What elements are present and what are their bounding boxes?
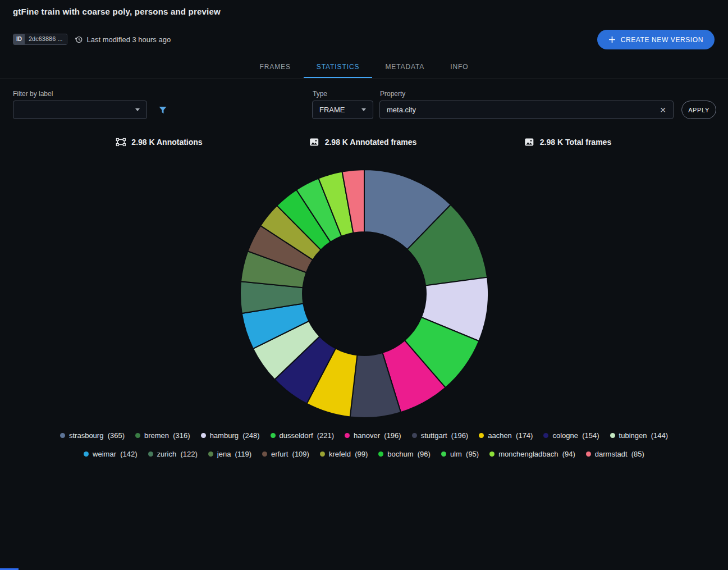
legend-item-darmstadt[interactable]: darmstadt (85)	[586, 450, 644, 458]
legend-dot	[441, 452, 446, 457]
page-title: gtFine train with coarse poly, persons a…	[13, 7, 221, 16]
dataset-id-chip[interactable]: ID 2dc63886 ...	[13, 34, 67, 45]
property-input[interactable]: meta.city ✕	[379, 101, 674, 119]
stat-annotations-label: 2.98 K Annotations	[131, 138, 202, 147]
clear-icon[interactable]: ✕	[660, 106, 666, 114]
legend-item-bochum[interactable]: bochum (96)	[378, 450, 431, 458]
legend-dot	[489, 452, 495, 457]
legend-dot	[543, 433, 548, 438]
property-input-value: meta.city	[387, 106, 416, 114]
legend-label: weimar (142)	[93, 450, 137, 458]
history-icon	[75, 35, 83, 44]
image-icon	[524, 136, 535, 148]
legend-item-jena[interactable]: jena (119)	[208, 450, 251, 458]
legend-item-weimar[interactable]: weimar (142)	[84, 450, 137, 458]
legend-item-monchengladbach[interactable]: monchengladbach (94)	[489, 450, 575, 458]
legend-item-cologne[interactable]: cologne (154)	[543, 431, 599, 440]
tab-bar: FRAMES STATISTICS METADATA INFO	[0, 56, 728, 79]
stat-annotated-frames: 2.98 K Annotated frames	[309, 136, 417, 148]
legend-label: hanover (196)	[354, 431, 401, 440]
tab-metadata[interactable]: METADATA	[372, 56, 437, 78]
legend-item-erfurt[interactable]: erfurt (109)	[262, 450, 309, 458]
legend-label: jena (119)	[217, 450, 251, 458]
filter-icon[interactable]	[158, 105, 168, 115]
type-select-value: FRAME	[319, 106, 345, 114]
legend-item-stuttgart[interactable]: stuttgart (196)	[412, 431, 469, 440]
legend-label: strasbourg (365)	[69, 431, 125, 440]
legend-label: krefeld (99)	[329, 450, 368, 458]
legend-dot	[378, 452, 383, 457]
plus-icon	[608, 36, 616, 43]
legend-item-krefeld[interactable]: krefeld (99)	[320, 450, 368, 458]
meta-row: ID 2dc63886 ... Last modified 3 hours ag…	[13, 34, 171, 45]
last-modified-text: Last modified 3 hours ago	[87, 35, 171, 44]
legend-item-tubingen[interactable]: tubingen (144)	[610, 431, 668, 440]
legend-dot	[148, 452, 153, 457]
label-filter-select[interactable]	[13, 101, 147, 119]
legend-label: hamburg (248)	[210, 431, 260, 440]
stat-total-frames: 2.98 K Total frames	[524, 136, 611, 148]
legend-dot	[345, 433, 350, 438]
tab-info[interactable]: INFO	[437, 56, 481, 78]
id-badge-label: ID	[13, 34, 25, 44]
legend-dot	[412, 433, 417, 438]
stat-total-frames-label: 2.98 K Total frames	[540, 138, 611, 147]
legend-label: stuttgart (196)	[421, 431, 469, 440]
property-label: Property	[380, 90, 405, 98]
legend-label: monchengladbach (94)	[498, 450, 575, 458]
legend-dot	[60, 433, 65, 438]
legend-dot	[586, 452, 591, 457]
tab-frames[interactable]: FRAMES	[246, 56, 303, 78]
chevron-down-icon	[135, 108, 140, 111]
legend-dot	[320, 452, 325, 457]
legend-label: bremen (316)	[144, 431, 190, 440]
tab-statistics[interactable]: STATISTICS	[304, 56, 373, 78]
type-label: Type	[313, 90, 327, 98]
legend-label: aachen (174)	[488, 431, 533, 440]
legend-item-bremen[interactable]: bremen (316)	[135, 431, 190, 440]
legend-dot	[135, 433, 140, 438]
create-new-version-label: CREATE NEW VERSION	[621, 36, 703, 44]
chevron-down-icon	[361, 108, 366, 111]
last-modified: Last modified 3 hours ago	[75, 35, 171, 44]
legend-item-ulm[interactable]: ulm (95)	[441, 450, 479, 458]
legend-label: cologne (154)	[552, 431, 599, 440]
legend-dot	[262, 452, 267, 457]
legend-dot	[201, 433, 206, 438]
legend-item-dusseldorf[interactable]: dusseldorf (221)	[271, 431, 335, 440]
legend-row-1: strasbourg (365)bremen (316)hamburg (248…	[0, 431, 728, 440]
image-icon	[309, 136, 320, 148]
legend-label: erfurt (109)	[271, 450, 309, 458]
legend-label: zurich (122)	[157, 450, 198, 458]
legend-item-aachen[interactable]: aachen (174)	[479, 431, 533, 440]
donut-chart	[239, 168, 489, 419]
legend-label: darmstadt (85)	[595, 450, 644, 458]
filter-by-label-label: Filter by label	[13, 90, 53, 98]
stat-annotated-frames-label: 2.98 K Annotated frames	[325, 138, 417, 147]
legend-item-hamburg[interactable]: hamburg (248)	[201, 431, 260, 440]
legend-dot	[271, 433, 276, 438]
legend-label: ulm (95)	[450, 450, 479, 458]
legend-dot	[84, 452, 89, 457]
legend-label: tubingen (144)	[619, 431, 668, 440]
legend-item-hanover[interactable]: hanover (196)	[345, 431, 401, 440]
legend-label: dusseldorf (221)	[280, 431, 335, 440]
apply-button[interactable]: APPLY	[681, 101, 716, 119]
legend-item-strasbourg[interactable]: strasbourg (365)	[60, 431, 125, 440]
legend-label: bochum (96)	[387, 450, 431, 458]
annotations-icon	[115, 136, 126, 148]
create-new-version-button[interactable]: CREATE NEW VERSION	[597, 30, 715, 49]
legend-item-zurich[interactable]: zurich (122)	[148, 450, 198, 458]
id-badge-value: 2dc63886 ...	[25, 34, 67, 44]
legend-row-2: weimar (142)zurich (122)jena (119)erfurt…	[0, 450, 728, 458]
legend-dot	[610, 433, 615, 438]
stat-annotations: 2.98 K Annotations	[115, 136, 202, 148]
type-select[interactable]: FRAME	[312, 101, 373, 119]
legend-dot	[479, 433, 484, 438]
legend-dot	[208, 452, 213, 457]
